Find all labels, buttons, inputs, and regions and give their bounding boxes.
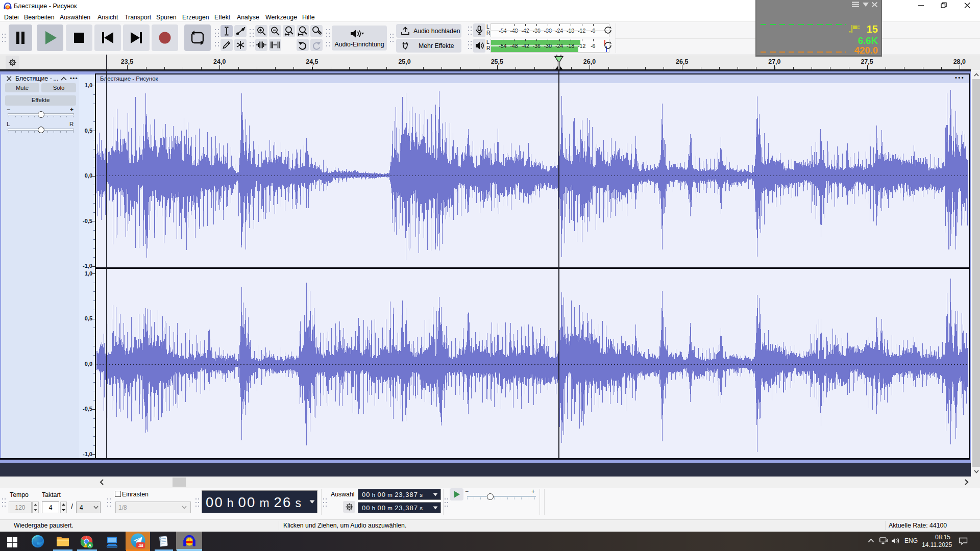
- svg-text:A: A: [88, 543, 92, 548]
